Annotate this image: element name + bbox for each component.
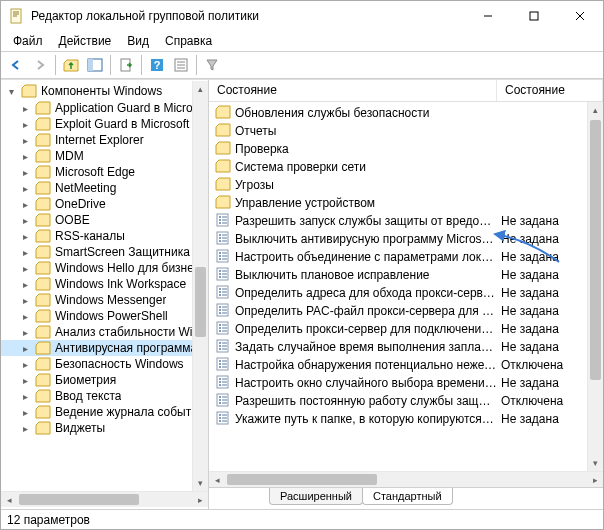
list-setting[interactable]: Настройка обнаружения потенциально нежел… (209, 356, 603, 374)
expand-icon[interactable]: ▸ (19, 118, 31, 130)
tree-item[interactable]: ▸SmartScreen Защитника W (1, 244, 208, 260)
expand-icon[interactable]: ▸ (19, 390, 31, 402)
list-setting[interactable]: Разрешить запуск службы защиты от вредон… (209, 212, 603, 230)
menu-file[interactable]: Файл (5, 32, 51, 50)
tree-item[interactable]: ▸NetMeeting (1, 180, 208, 196)
expand-icon[interactable]: ▸ (19, 150, 31, 162)
list-folder[interactable]: Обновления службы безопасности (209, 104, 603, 122)
up-button[interactable] (60, 54, 82, 76)
scroll-right-icon[interactable]: ▸ (192, 492, 208, 507)
list-folder[interactable]: Проверка (209, 140, 603, 158)
expand-icon[interactable]: ▸ (19, 102, 31, 114)
svg-point-22 (219, 234, 221, 236)
scroll-up-icon[interactable]: ▴ (193, 81, 208, 97)
tab-extended[interactable]: Расширенный (269, 488, 363, 505)
tree-item[interactable]: ▸OneDrive (1, 196, 208, 212)
tree-item[interactable]: ▸Ведение журнала событий (1, 404, 208, 420)
forward-button[interactable] (29, 54, 51, 76)
expand-icon[interactable]: ▸ (19, 166, 31, 178)
tree-item[interactable]: ▸Exploit Guard в Microsoft D (1, 116, 208, 132)
menu-help[interactable]: Справка (157, 32, 220, 50)
list-setting[interactable]: Укажите путь к папке, в которую копируют… (209, 410, 603, 428)
list-setting[interactable]: Выключить антивирусную программу Microso… (209, 230, 603, 248)
minimize-button[interactable] (465, 1, 511, 31)
expand-icon[interactable]: ▸ (19, 214, 31, 226)
tree-item[interactable]: ▸Виджеты (1, 420, 208, 436)
list-header: Состояние Состояние (209, 80, 603, 102)
expand-icon[interactable]: ▸ (19, 310, 31, 322)
maximize-button[interactable] (511, 1, 557, 31)
expand-icon[interactable]: ▸ (19, 342, 31, 354)
tree-root[interactable]: ▾ Компоненты Windows (1, 82, 208, 100)
tree-item[interactable]: ▸MDM (1, 148, 208, 164)
column-header-state[interactable]: Состояние (497, 80, 603, 101)
scroll-down-icon[interactable]: ▾ (193, 475, 208, 491)
list-setting[interactable]: Определить PAC-файл прокси-сервера для п… (209, 302, 603, 320)
list-setting[interactable]: Определить прокси-сервер для подключения… (209, 320, 603, 338)
list-folder[interactable]: Угрозы (209, 176, 603, 194)
tree-item[interactable]: ▸RSS-каналы (1, 228, 208, 244)
list-setting[interactable]: Выключить плановое исправлениеНе задана (209, 266, 603, 284)
tree-scrollbar-horizontal[interactable]: ◂ ▸ (1, 491, 208, 507)
export-list-button[interactable] (115, 54, 137, 76)
expand-icon[interactable]: ▸ (19, 294, 31, 306)
expand-icon[interactable]: ▸ (19, 406, 31, 418)
tab-standard[interactable]: Стандартный (362, 488, 453, 505)
svg-point-73 (219, 366, 221, 368)
scroll-up-icon[interactable]: ▴ (588, 102, 603, 118)
tree-item[interactable]: ▸Application Guard в Micros (1, 100, 208, 116)
tree-item[interactable]: ▸Windows Ink Workspace (1, 276, 208, 292)
column-header-name[interactable]: Состояние (209, 80, 497, 101)
tree-item[interactable]: ▸Ввод текста (1, 388, 208, 404)
close-button[interactable] (557, 1, 603, 31)
expand-icon[interactable]: ▸ (19, 134, 31, 146)
list-folder[interactable]: Система проверки сети (209, 158, 603, 176)
tree-item[interactable]: ▸Microsoft Edge (1, 164, 208, 180)
tree-item[interactable]: ▸Windows Messenger (1, 292, 208, 308)
back-button[interactable] (5, 54, 27, 76)
menu-view[interactable]: Вид (119, 32, 157, 50)
list-setting[interactable]: Разрешить постоянную работу службы защит… (209, 392, 603, 410)
show-hide-tree-button[interactable] (84, 54, 106, 76)
list-setting[interactable]: Задать случайное время выполнения заплан… (209, 338, 603, 356)
list-setting[interactable]: Определить адреса для обхода прокси-серв… (209, 284, 603, 302)
list-folder[interactable]: Отчеты (209, 122, 603, 140)
tree-item[interactable]: ▸OOBE (1, 212, 208, 228)
tree-item[interactable]: ▸Internet Explorer (1, 132, 208, 148)
list-setting[interactable]: Настроить окно случайного выбора времени… (209, 374, 603, 392)
collapse-icon[interactable]: ▾ (5, 85, 17, 97)
tree-item[interactable]: ▸Анализ стабильности Winc (1, 324, 208, 340)
tree-item[interactable]: ▸Безопасность Windows (1, 356, 208, 372)
expand-icon[interactable]: ▸ (19, 278, 31, 290)
scroll-right-icon[interactable]: ▸ (587, 472, 603, 487)
tree-item[interactable]: ▸Windows PowerShell (1, 308, 208, 324)
nav-tree[interactable]: ▾ Компоненты Windows ▸Application Guard … (1, 80, 209, 509)
help-button[interactable]: ? (146, 54, 168, 76)
menu-action[interactable]: Действие (51, 32, 120, 50)
list-folder[interactable]: Управление устройством (209, 194, 603, 212)
scroll-down-icon[interactable]: ▾ (588, 455, 603, 471)
expand-icon[interactable]: ▸ (19, 182, 31, 194)
tree-scrollbar-vertical[interactable]: ▴ ▾ (192, 81, 208, 491)
scroll-left-icon[interactable]: ◂ (1, 492, 17, 507)
expand-icon[interactable]: ▸ (19, 230, 31, 242)
expand-icon[interactable]: ▸ (19, 246, 31, 258)
list-scrollbar-horizontal[interactable]: ◂ ▸ (209, 471, 603, 487)
list-body[interactable]: Обновления службы безопасностиОтчетыПров… (209, 102, 603, 471)
expand-icon[interactable]: ▸ (19, 374, 31, 386)
list-setting[interactable]: Настроить объединение с параметрами лока… (209, 248, 603, 266)
svg-point-51 (219, 309, 221, 311)
expand-icon[interactable]: ▸ (19, 198, 31, 210)
tree-item-label: Ведение журнала событий (55, 405, 205, 419)
list-scrollbar-vertical[interactable]: ▴ ▾ (587, 102, 603, 471)
expand-icon[interactable]: ▸ (19, 326, 31, 338)
expand-icon[interactable]: ▸ (19, 262, 31, 274)
filter-button[interactable] (201, 54, 223, 76)
properties-button[interactable] (170, 54, 192, 76)
tree-item[interactable]: ▸Windows Hello для бизнеса (1, 260, 208, 276)
expand-icon[interactable]: ▸ (19, 358, 31, 370)
tree-item[interactable]: ▸Биометрия (1, 372, 208, 388)
scroll-left-icon[interactable]: ◂ (209, 472, 225, 487)
tree-item[interactable]: ▸Антивирусная программа (1, 340, 208, 356)
expand-icon[interactable]: ▸ (19, 422, 31, 434)
